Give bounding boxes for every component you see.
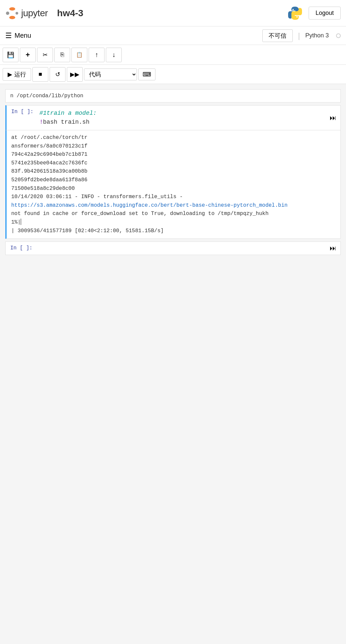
run-label: 运行 <box>14 70 26 78</box>
cell-1: In [ ]: #1train a model: !bash train.sh … <box>5 105 341 239</box>
run-icon: ▶ <box>8 71 12 78</box>
plus-icon: + <box>26 51 30 59</box>
jupyter-logo: jupyter <box>5 6 48 20</box>
paste-icon: 📋 <box>76 52 83 58</box>
cell-1-output: at /root/.cache/torch/transformers/8a0c0… <box>5 130 341 239</box>
output-url[interactable]: https://s3.amazonaws.com/models.huggingf… <box>11 202 287 208</box>
cell-2-input[interactable]: In [ ]: ⏭ <box>5 241 341 255</box>
keyboard-shortcuts-button[interactable]: ⌨ <box>138 68 155 80</box>
save-button[interactable]: 💾 <box>3 48 19 62</box>
cell-2-prompt: In [ ]: <box>6 242 37 255</box>
output-hash-lines: at /root/.cache/torch/transformers/8a0c0… <box>11 134 336 193</box>
svg-point-1 <box>9 16 15 19</box>
cell-type-select[interactable]: 代码 Markdown Raw <box>84 68 137 80</box>
arrow-down-icon: ↓ <box>112 51 115 59</box>
logout-button[interactable]: Logout <box>309 7 341 20</box>
step-forward-icon: ⏭ <box>330 114 336 121</box>
code-text: bash train.sh <box>43 119 89 125</box>
kernel-name: Python 3 <box>305 32 329 39</box>
header: jupyter hw4-3 Logout <box>0 0 346 26</box>
paste-button[interactable]: 📋 <box>71 48 87 62</box>
keyboard-icon: ⌨ <box>143 71 151 78</box>
toolbar-file: 💾 + ✂ ⎘ 📋 ↑ ↓ <box>0 45 346 65</box>
skip-icon: ▶▶ <box>70 71 79 78</box>
cell-1-prompt: In [ ]: <box>7 106 38 130</box>
notebook-area: n /opt/conda/lib/python In [ ]: #1train … <box>0 84 346 263</box>
save-icon: 💾 <box>7 51 14 59</box>
cell-1-input[interactable]: In [ ]: #1train a model: !bash train.sh … <box>5 105 341 130</box>
run-button[interactable]: ▶ 运行 <box>3 68 31 81</box>
skip-button[interactable]: ▶▶ <box>67 67 83 82</box>
cut-button[interactable]: ✂ <box>37 48 53 62</box>
cell-2: In [ ]: ⏭ <box>5 241 341 255</box>
move-up-button[interactable]: ↑ <box>89 48 105 62</box>
output-progress-bar: 1%|▏ <box>11 218 336 227</box>
output-cache-text: not found in cache or force_download set… <box>11 210 336 218</box>
stop-icon: ■ <box>39 71 42 78</box>
move-down-button[interactable]: ↓ <box>106 48 122 62</box>
cell-1-code-line: !bash train.sh <box>39 118 324 127</box>
toolbar-menu: ☰ Menu 不可信 | Python 3 <box>0 26 346 45</box>
scissors-icon: ✂ <box>43 51 48 59</box>
restart-button[interactable]: ↺ <box>50 67 65 82</box>
cell-1-code[interactable]: #1train a model: !bash train.sh <box>38 106 326 130</box>
separator: | <box>298 31 300 40</box>
kernel-trust-status[interactable]: 不可信 <box>262 29 293 42</box>
step-forward-icon-2: ⏭ <box>330 244 336 252</box>
output-preview-truncated: n /opt/conda/lib/python <box>5 89 341 103</box>
stop-button[interactable]: ■ <box>32 67 48 82</box>
svg-point-3 <box>16 12 18 15</box>
output-log-line: 10/14/2020 03:06:11 - INFO - transformer… <box>11 193 336 210</box>
notebook-title[interactable]: hw4-3 <box>57 8 83 19</box>
restart-icon: ↺ <box>55 71 60 78</box>
svg-point-0 <box>9 7 15 11</box>
progress-percent: 1%|▏ <box>11 219 24 225</box>
cell-1-comment: #1train a model: <box>39 109 324 118</box>
arrow-up-icon: ↑ <box>95 51 98 59</box>
comment-text: #1train a model: <box>39 110 97 116</box>
toolbar-run: ▶ 运行 ■ ↺ ▶▶ 代码 Markdown Raw ⌨ <box>0 65 346 84</box>
header-right: Logout <box>287 5 341 21</box>
magic-text: ! <box>39 119 43 125</box>
menu-button[interactable]: ☰ Menu <box>5 31 31 40</box>
jupyter-logo-icon <box>5 6 19 20</box>
copy-button[interactable]: ⎘ <box>54 48 70 62</box>
logo-area: jupyter hw4-3 <box>5 6 83 20</box>
add-cell-button[interactable]: + <box>20 48 36 62</box>
hamburger-icon: ☰ <box>5 31 12 40</box>
cell-2-run-button[interactable]: ⏭ <box>326 242 340 255</box>
copy-icon: ⎘ <box>61 51 64 58</box>
output-preview-text: n /opt/conda/lib/python <box>10 93 83 99</box>
output-progress-detail: | 3009536/411577189 [02:40<2:12:00, 5158… <box>11 227 336 236</box>
svg-point-2 <box>6 12 9 15</box>
cell-2-code[interactable] <box>37 242 326 255</box>
cell-1-run-button[interactable]: ⏭ <box>326 106 340 130</box>
menu-label: Menu <box>15 32 31 39</box>
jupyter-text: jupyter <box>21 8 48 19</box>
python-logo-icon <box>287 5 303 21</box>
kernel-indicator-icon <box>336 33 341 38</box>
